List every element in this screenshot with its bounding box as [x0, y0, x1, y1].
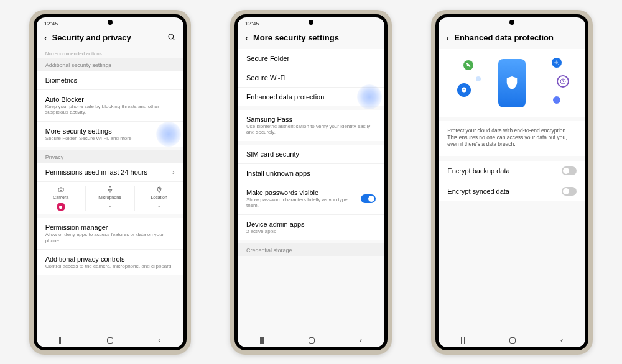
perm-camera-app-icon	[57, 203, 65, 211]
nav-recents-icon[interactable]	[461, 337, 465, 344]
svg-point-7	[464, 89, 465, 89]
nav-home-icon[interactable]	[309, 337, 315, 344]
passwords-visible-toggle[interactable]	[361, 194, 376, 203]
item-auto-blocker-label: Auto Blocker	[45, 96, 175, 103]
card-permissions: Permissions used in last 24 hours › Came…	[37, 163, 183, 214]
item-auto-blocker[interactable]: Auto Blocker Keep your phone safe by blo…	[37, 90, 183, 122]
card-misc: SIM card security Install unknown apps M…	[238, 145, 384, 240]
phone-bezel: 12:45 ‹ More security settings Secure Fo…	[234, 14, 388, 350]
page-header: ‹ Security and privacy	[37, 29, 183, 49]
clock-icon	[557, 75, 569, 88]
microphone-icon	[86, 186, 134, 194]
item-install-unknown[interactable]: Install unknown apps	[238, 164, 384, 183]
camera-cutout	[309, 20, 313, 25]
nav-recents-icon[interactable]	[260, 337, 264, 344]
back-icon[interactable]: ‹	[446, 32, 449, 43]
item-auto-blocker-sub: Keep your phone safe by blocking threats…	[45, 104, 175, 116]
back-icon[interactable]: ‹	[245, 32, 248, 43]
perm-location-col[interactable]: Location -	[135, 186, 183, 211]
item-more-security[interactable]: More security settings Secure Folder, Se…	[37, 122, 183, 147]
item-secure-wifi-label: Secure Wi-Fi	[246, 74, 376, 81]
permissions-grid: Camera Microphone -	[37, 182, 183, 214]
svg-point-0	[169, 34, 174, 39]
phone-bubble-icon	[463, 60, 473, 70]
screen-2: 12:45 ‹ More security settings Secure Fo…	[238, 17, 384, 347]
page-title: Security and privacy	[52, 33, 167, 42]
nav-back-icon[interactable]: ‹	[360, 335, 362, 345]
perm-location-label: Location	[135, 195, 183, 199]
item-additional-privacy[interactable]: Additional privacy controls Control acce…	[37, 250, 183, 275]
item-permissions-24h-label: Permissions used in last 24 hours	[45, 168, 147, 176]
item-permission-manager[interactable]: Permission manager Allow or deny apps to…	[37, 218, 183, 250]
card-encrypt: Encrypt backup data Encrypt synced data	[439, 161, 585, 201]
item-more-security-label: More security settings	[45, 127, 175, 135]
nav-bar: ‹	[439, 334, 585, 347]
item-sim-security-label: SIM card security	[246, 150, 376, 158]
screen-1: 12:45 ‹ Security and privacy No recommen…	[37, 17, 183, 347]
back-icon[interactable]: ‹	[44, 32, 47, 43]
item-more-security-sub: Secure Folder, Secure Wi-Fi, and more	[45, 135, 175, 142]
item-passwords-visible-sub: Show password characters briefly as you …	[246, 197, 356, 209]
tap-highlight-icon	[156, 122, 181, 147]
svg-point-8	[465, 89, 465, 89]
item-encrypt-backup[interactable]: Encrypt backup data	[439, 161, 585, 181]
phone-bezel: ‹ Enhanced data protection	[435, 14, 588, 350]
svg-point-6	[463, 89, 463, 89]
phone-frame-1: 12:45 ‹ Security and privacy No recommen…	[29, 10, 191, 355]
status-time: 12:45	[44, 20, 58, 27]
item-additional-privacy-sub: Control access to the camera, microphone…	[45, 263, 175, 270]
item-passwords-visible-label: Make passwords visible	[246, 189, 356, 196]
nav-recents-icon[interactable]	[59, 337, 63, 344]
page-title: More security settings	[253, 33, 377, 42]
encrypt-synced-toggle[interactable]	[562, 187, 577, 196]
camera-cutout	[509, 20, 514, 25]
perm-microphone-col[interactable]: Microphone -	[86, 186, 135, 211]
nav-home-icon[interactable]	[509, 337, 516, 344]
nav-back-icon[interactable]: ‹	[560, 335, 563, 345]
item-secure-folder-label: Secure Folder	[246, 55, 376, 62]
perm-microphone-label: Microphone	[86, 195, 134, 199]
item-sim-security[interactable]: SIM card security	[238, 145, 384, 164]
description-text: Protect your cloud data with end-to-end …	[439, 121, 585, 156]
svg-rect-3	[109, 187, 111, 191]
content-area: Secure Folder Secure Wi-Fi Enhanced data…	[238, 49, 384, 334]
card-secure: Secure Folder Secure Wi-Fi Enhanced data…	[238, 49, 384, 106]
svg-point-9	[556, 61, 558, 63]
item-secure-folder[interactable]: Secure Folder	[238, 49, 384, 68]
dot-icon	[476, 76, 481, 81]
page-title: Enhanced data protection	[454, 33, 578, 42]
illustration	[439, 49, 585, 117]
search-icon[interactable]	[167, 33, 176, 42]
item-passwords-visible[interactable]: Make passwords visible Show password cha…	[238, 183, 384, 215]
item-enhanced-data[interactable]: Enhanced data protection	[238, 88, 384, 106]
camera-cutout	[108, 20, 113, 25]
item-samsung-pass-label: Samsung Pass	[246, 116, 376, 123]
item-biometrics-label: Biometrics	[45, 76, 175, 84]
nav-back-icon[interactable]: ‹	[158, 335, 160, 345]
card-additional-security: Biometrics Auto Blocker Keep your phone …	[37, 71, 183, 147]
item-permission-manager-sub: Allow or deny apps to access features or…	[45, 232, 175, 243]
item-device-admin-sub: 2 active apps	[246, 229, 376, 235]
nav-bar: ‹	[238, 334, 384, 347]
item-device-admin[interactable]: Device admin apps 2 active apps	[238, 215, 384, 240]
item-biometrics[interactable]: Biometrics	[37, 71, 183, 90]
chat-bubble-icon	[457, 83, 471, 97]
nav-bar: ‹	[37, 334, 183, 347]
item-encrypt-synced-label: Encrypt synced data	[447, 188, 509, 195]
phone-frame-3: ‹ Enhanced data protection	[431, 10, 593, 355]
section-credential-storage: Credential storage	[238, 243, 384, 256]
perm-camera-col[interactable]: Camera	[37, 186, 86, 211]
item-samsung-pass-sub: Use biometric authentication to verify y…	[246, 124, 376, 135]
tap-highlight-icon	[357, 84, 382, 109]
encrypt-backup-toggle[interactable]	[562, 166, 577, 175]
item-permissions-24h[interactable]: Permissions used in last 24 hours ›	[37, 163, 183, 182]
screen-3: ‹ Enhanced data protection	[439, 17, 585, 347]
item-encrypt-synced[interactable]: Encrypt synced data	[439, 181, 585, 201]
svg-point-2	[60, 189, 62, 191]
section-privacy: Privacy	[37, 150, 183, 163]
item-samsung-pass[interactable]: Samsung Pass Use biometric authenticatio…	[238, 110, 384, 141]
item-secure-wifi[interactable]: Secure Wi-Fi	[238, 68, 384, 88]
item-additional-privacy-label: Additional privacy controls	[45, 255, 175, 263]
item-device-admin-label: Device admin apps	[246, 221, 376, 228]
nav-home-icon[interactable]	[107, 337, 113, 344]
